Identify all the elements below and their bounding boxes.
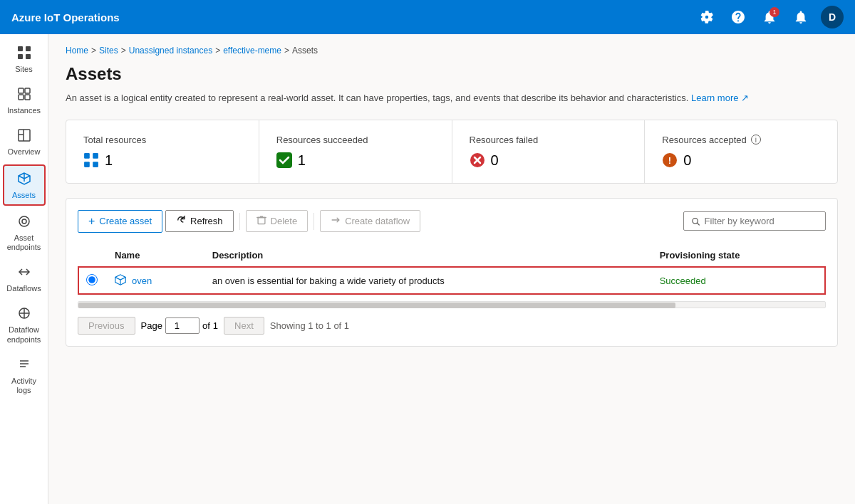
topbar-icons: 1 D (695, 6, 844, 28)
horizontal-scrollbar[interactable] (78, 301, 826, 308)
delete-icon (256, 215, 266, 227)
main-content: Home > Sites > Unassigned instances > ef… (48, 34, 855, 504)
total-pages: 1 (213, 320, 218, 331)
help-button[interactable] (727, 6, 750, 28)
svg-rect-8 (19, 130, 30, 141)
svg-rect-23 (276, 152, 292, 168)
svg-point-12 (22, 219, 26, 224)
sidebar-item-assets[interactable]: Assets (3, 164, 46, 206)
next-button[interactable]: Next (224, 317, 264, 335)
svg-line-31 (697, 223, 699, 225)
row-description-cell: an oven is essential for baking a wide v… (204, 266, 651, 295)
dataflow-endpoints-icon (17, 306, 31, 322)
app-title: Azure IoT Operations (11, 11, 690, 23)
search-input[interactable] (705, 216, 818, 226)
stat-failed: Resources failed 0 (452, 120, 646, 183)
sidebar-item-sites[interactable]: Sites (3, 40, 46, 78)
breadcrumb-effective-meme[interactable]: effective-meme (223, 46, 281, 56)
svg-rect-22 (93, 162, 98, 167)
alert-button[interactable] (789, 6, 812, 28)
asset-icon (115, 274, 126, 288)
create-dataflow-button[interactable]: Create dataflow (320, 210, 420, 232)
col-select (78, 244, 106, 267)
stats-card: Total resources 1 Resources succeeded (66, 120, 838, 184)
gear-icon (700, 11, 713, 23)
scroll-thumb[interactable] (78, 303, 675, 308)
stat-total: Total resources 1 (66, 120, 259, 183)
breadcrumb-assets: Assets (292, 46, 318, 56)
svg-text:!: ! (668, 155, 671, 166)
sidebar-item-assets-label: Assets (12, 191, 36, 200)
row-provisioning-cell: Succeeded (651, 266, 826, 295)
user-avatar[interactable]: D (821, 6, 844, 28)
search-icon (691, 216, 700, 226)
page-showing: Showing 1 to 1 of 1 (270, 320, 349, 331)
table-container: Name Description Provisioning state (78, 244, 826, 295)
delete-button[interactable]: Delete (246, 210, 309, 232)
provisioning-status: Succeeded (660, 275, 706, 286)
sidebar-item-sites-label: Sites (15, 65, 32, 74)
page-title: Assets (66, 64, 838, 84)
assets-icon (17, 172, 31, 188)
table-header: Name Description Provisioning state (78, 244, 826, 267)
pagination: Previous Page of 1 Next Showing 1 to 1 o… (78, 317, 826, 335)
topbar: Azure IoT Operations 1 D (0, 0, 855, 34)
sidebar-item-asset-endpoints[interactable]: Asset endpoints (3, 209, 46, 256)
search-box[interactable] (683, 211, 826, 231)
failed-icon (470, 152, 485, 168)
breadcrumb-sites[interactable]: Sites (99, 46, 118, 56)
sidebar-item-overview[interactable]: Overview (3, 122, 46, 161)
sidebar: Sites Instances Overview (0, 34, 48, 504)
row-name-cell: oven (106, 266, 204, 295)
sidebar-item-dataflows[interactable]: Dataflows (3, 259, 46, 298)
page-description: An asset is a logical entity created to … (66, 91, 838, 105)
sidebar-item-dataflows-label: Dataflows (6, 284, 41, 293)
stat-succeeded-label: Resources succeeded (276, 135, 435, 145)
row-select-radio[interactable] (86, 274, 98, 285)
stat-total-value: 1 (83, 152, 242, 169)
stat-failed-label: Resources failed (470, 135, 628, 145)
settings-button[interactable] (695, 6, 718, 28)
svg-rect-4 (19, 88, 24, 93)
breadcrumb-unassigned[interactable]: Unassigned instances (129, 46, 212, 56)
breadcrumb-home[interactable]: Home (66, 46, 88, 56)
col-provisioning: Provisioning state (651, 244, 826, 267)
sidebar-item-dataflow-endpoints[interactable]: Dataflow endpoints (3, 300, 46, 348)
accepted-icon: ! (662, 152, 678, 168)
plus-icon: + (88, 215, 95, 228)
instances-icon (17, 87, 31, 103)
layout: Sites Instances Overview (0, 34, 855, 504)
content-card: + Create asset Refresh (66, 198, 838, 347)
sidebar-item-activity-logs-label: Activity logs (6, 377, 43, 395)
refresh-button[interactable]: Refresh (165, 210, 234, 232)
previous-button[interactable]: Previous (78, 317, 135, 335)
stat-total-label: Total resources (83, 135, 242, 145)
page-input-wrap: Page of 1 (141, 317, 218, 334)
learn-more-link[interactable]: Learn more ↗ (691, 93, 749, 103)
svg-rect-5 (25, 88, 30, 93)
stat-failed-value: 0 (470, 152, 628, 169)
sidebar-item-dataflow-endpoints-label: Dataflow endpoints (6, 325, 43, 344)
total-resources-icon (83, 152, 99, 168)
svg-rect-2 (18, 54, 23, 59)
sidebar-item-overview-label: Overview (8, 147, 41, 157)
sidebar-item-instances[interactable]: Instances (3, 81, 46, 120)
asset-name-link[interactable]: oven (132, 275, 152, 286)
stat-accepted: Resources accepted i ! 0 (645, 120, 837, 183)
table-row[interactable]: oven an oven is essential for baking a w… (78, 266, 826, 295)
notifications-button[interactable]: 1 (758, 6, 781, 28)
toolbar-separator-2 (314, 213, 314, 230)
sidebar-item-activity-logs[interactable]: Activity logs (3, 352, 46, 399)
svg-point-11 (19, 216, 29, 226)
page-number-input[interactable] (165, 317, 200, 334)
sites-icon (17, 46, 31, 62)
row-radio-cell (78, 266, 106, 295)
stat-succeeded-value: 1 (276, 152, 435, 169)
activity-logs-icon (17, 357, 31, 374)
asset-endpoints-icon (17, 214, 31, 231)
accepted-info-icon[interactable]: i (751, 135, 761, 145)
create-asset-button[interactable]: + Create asset (78, 210, 162, 233)
col-description: Description (204, 244, 651, 267)
help-icon (732, 11, 745, 23)
refresh-icon (176, 215, 186, 227)
